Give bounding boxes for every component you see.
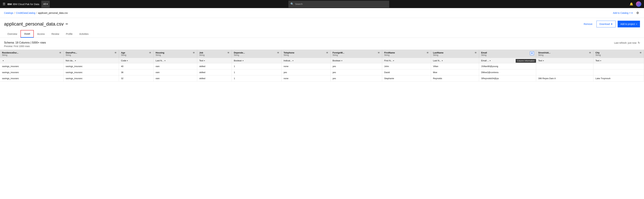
cell-street-addr-2: 396 Reyes Dam A <box>536 76 593 82</box>
search-scope-dropdown[interactable]: All ▾ <box>41 1 50 8</box>
cell-street-addr-1 <box>536 70 593 76</box>
add-catalog-chevron-icon: ▾ <box>632 12 632 14</box>
tab-review[interactable]: Review <box>48 30 63 38</box>
add-catalog-plus-icon: + <box>629 12 631 14</box>
cell-residence-dur-2: savings_insuranc <box>0 76 64 82</box>
email-eye-icon[interactable]: 👁 <box>530 52 534 55</box>
subrow-chevron-5[interactable]: ▾ <box>242 60 244 62</box>
cell-email-1: DMoe2@contrera <box>479 70 536 76</box>
cell-owns-prop-1: savings_insuranc <box>64 70 119 76</box>
col-header-city: City String 👁 <box>593 50 644 58</box>
subrow-chevron-7[interactable]: ▾ <box>341 60 342 62</box>
cell-dependents-0: 1 <box>232 63 282 70</box>
add-to-catalog-button[interactable]: Add to Catalog + ▾ <box>612 10 634 16</box>
subrow-chevron-9[interactable]: ▾ <box>442 60 443 62</box>
tab-overview[interactable]: Overview <box>4 30 20 38</box>
add-to-project-plus-icon: + <box>636 23 637 26</box>
dropdown-chevron-icon: ▾ <box>46 3 48 6</box>
cell-owns-prop-2: savings_insuranc <box>64 76 119 82</box>
subrow-cell-street-addr: Text ▾ <box>536 58 593 63</box>
subrow-chevron-11[interactable]: ▾ <box>543 60 544 62</box>
notification-icon[interactable]: 🔔 <box>630 2 633 6</box>
subrow-chevron-1[interactable]: ▾ <box>75 60 76 62</box>
filter-subrow: ▾ Not cla... ▾ Code ▾ <box>0 58 644 63</box>
subrow-cell-job: Text ▾ <box>197 58 232 63</box>
dependents-eye-icon[interactable]: 👁 <box>277 52 279 54</box>
main-content: Schema: 18 Columns | 5000+ rows Preview:… <box>0 38 644 199</box>
remove-button[interactable]: Remove <box>582 21 594 27</box>
cell-foreign-worker-1: yes <box>330 70 382 76</box>
col-header-job: Job String 👁 <box>197 50 232 58</box>
subrow-chevron-8[interactable]: ▾ <box>393 60 394 62</box>
tab-asset[interactable]: Asset <box>20 30 34 38</box>
cell-dependents-1: 1 <box>232 70 282 76</box>
job-eye-icon[interactable]: 👁 <box>227 52 230 54</box>
cell-age-0: 40 <box>119 63 154 70</box>
edit-icon[interactable]: ✏ <box>66 22 68 26</box>
settings-icon-button[interactable]: ⚙ <box>635 10 640 16</box>
refresh-label: Last refresh: just now <box>614 42 636 44</box>
cell-city-2: Lake Troymouh <box>593 76 644 82</box>
tab-profile[interactable]: Profile <box>62 30 76 38</box>
schema-subtitle: Preview: First 1000 rows <box>4 45 46 48</box>
cell-dependents-2: 1 <box>232 76 282 82</box>
foreign-worker-eye-icon[interactable]: 👁 <box>378 52 380 54</box>
add-to-project-button[interactable]: Add to project + <box>618 21 640 28</box>
owns-prop-eye-icon[interactable]: 👁 <box>114 52 117 54</box>
cell-first-name-0: John <box>382 63 431 70</box>
breadcrumb-actions: Add to Catalog + ▾ ⚙ <box>612 10 640 16</box>
col-header-residence-dur: ResidenceDur... String 👁 <box>0 50 64 58</box>
subrow-chevron-6[interactable]: ▾ <box>292 60 294 62</box>
cell-last-name-2: Reynolds <box>431 76 479 82</box>
cell-owns-prop-0: savings_insuranc <box>64 63 119 70</box>
cell-city-0 <box>593 63 644 70</box>
search-input[interactable] <box>295 3 387 6</box>
download-button[interactable]: Download ⬇ <box>596 21 616 28</box>
breadcrumb-credit-data-catalog[interactable]: CreditDataCatalog <box>16 12 35 14</box>
subrow-cell-first-name: First N... ▾ <box>382 58 431 63</box>
hamburger-icon[interactable]: ☰ <box>3 2 6 6</box>
col-header-age: Age String 👁 <box>119 50 154 58</box>
breadcrumb-current-file: applicant_personal_data.csv <box>38 12 68 14</box>
cell-residence-dur-0: savings_insuranc <box>0 63 64 70</box>
cell-last-name-1: Moe <box>431 70 479 76</box>
refresh-info: Last refresh: just now ↻ <box>614 41 640 44</box>
cell-foreign-worker-2: yes <box>330 76 382 82</box>
tab-activities[interactable]: Activities <box>76 30 92 38</box>
city-eye-icon[interactable]: 👁 <box>640 52 642 54</box>
asset-actions: Remove Download ⬇ Add to project + <box>582 21 640 28</box>
street-addr-eye-icon[interactable]: 👁 <box>589 52 591 54</box>
last-name-eye-icon[interactable]: 👁 <box>474 52 477 54</box>
residence-dur-eye-icon[interactable]: 👁 <box>59 52 62 54</box>
age-eye-icon[interactable]: 👁 <box>149 52 151 54</box>
subrow-chevron-2[interactable]: ▾ <box>127 60 128 62</box>
data-table: ResidenceDur... String 👁 OwnsPro... Stri… <box>0 50 644 82</box>
cell-foreign-worker-0: yes <box>330 63 382 70</box>
schema-section: Schema: 18 Columns | 5000+ rows Preview:… <box>0 38 644 50</box>
subrow-cell-residence-dur: ▾ <box>0 58 64 63</box>
first-name-eye-icon[interactable]: 👁 <box>426 52 429 54</box>
subrow-chevron-4[interactable]: ▾ <box>204 60 205 62</box>
breadcrumb-catalogs[interactable]: Catalogs <box>4 12 13 14</box>
table-row: savings_insuranc savings_insuranc 32 own… <box>0 76 644 82</box>
download-icon: ⬇ <box>611 23 613 26</box>
asset-title: applicant_personal_data.csv <box>4 21 64 27</box>
avatar[interactable] <box>636 1 641 7</box>
housing-eye-icon[interactable]: 👁 <box>193 52 195 54</box>
product-name: IBM Cloud Pak for Data <box>13 3 39 6</box>
cell-residence-dur-1: savings_insuranc <box>0 70 64 76</box>
col-header-email: Email String 👁 Column Information <box>479 50 536 58</box>
nav-right-actions: 🔔 <box>630 1 641 7</box>
cell-email-2: SReynolds54@ya <box>479 76 536 82</box>
subrow-chevron-10[interactable]: ▾ <box>490 60 491 62</box>
col-header-telephone: Telephone String 👁 <box>282 50 330 58</box>
subrow-chevron-0[interactable]: ▾ <box>3 60 4 62</box>
subrow-chevron-12[interactable]: ▾ <box>600 60 601 62</box>
subrow-chevron-3[interactable]: ▾ <box>164 60 166 62</box>
telephone-eye-icon[interactable]: 👁 <box>326 52 328 54</box>
asset-title-left: applicant_personal_data.csv ✏ <box>4 21 68 27</box>
settings-icon: ⚙ <box>636 11 639 14</box>
refresh-icon[interactable]: ↻ <box>638 41 640 44</box>
subrow-cell-dependents: Boolean ▾ <box>232 58 282 63</box>
tab-access[interactable]: Access <box>34 30 48 38</box>
